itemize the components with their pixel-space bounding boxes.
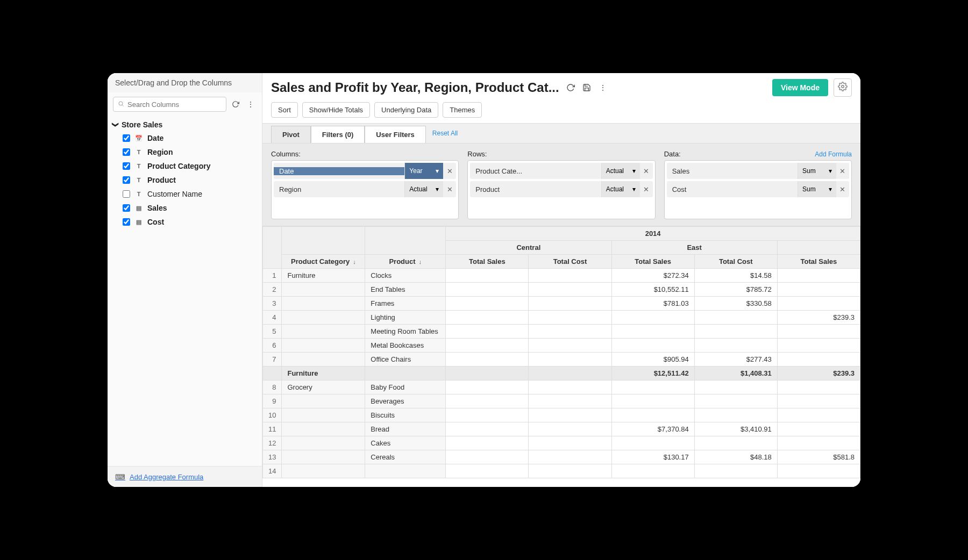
col-total-cost-central[interactable]: Total Cost xyxy=(529,255,611,269)
column-pill[interactable]: RegionActual▾✕ xyxy=(274,181,456,197)
pill-remove[interactable]: ✕ xyxy=(443,185,456,193)
cell-value xyxy=(446,436,529,450)
data-row[interactable]: 1FurnitureClocks$272.34$14.58 xyxy=(263,269,860,283)
col-product[interactable]: Product↓ xyxy=(365,255,446,269)
column-item[interactable]: TProduct xyxy=(113,173,257,187)
cell-value: $785.72 xyxy=(694,283,777,297)
underlying-data-button[interactable]: Underlying Data xyxy=(374,102,438,118)
reset-all-link[interactable]: Reset All xyxy=(432,130,458,137)
add-formula-link[interactable]: Add Formula xyxy=(815,150,852,158)
cell-value xyxy=(611,311,694,325)
config-rows: Rows: Product Cate...Actual▾✕ProductActu… xyxy=(467,150,655,219)
column-checkbox[interactable] xyxy=(123,134,130,142)
data-row[interactable]: 5Meeting Room Tables xyxy=(263,325,860,339)
column-checkbox[interactable] xyxy=(123,148,130,156)
data-row[interactable]: 2End Tables$10,552.11$785.72 xyxy=(263,283,860,297)
data-row[interactable]: 12Cakes xyxy=(263,436,860,450)
column-item[interactable]: TCustomer Name xyxy=(113,187,257,201)
chevron-down-icon: ▾ xyxy=(436,167,439,175)
cell-value: $7,370.84 xyxy=(611,422,694,436)
search-box[interactable] xyxy=(113,97,226,112)
refresh-report-icon[interactable] xyxy=(565,82,576,94)
data-row[interactable]: 10Biscuits xyxy=(263,408,860,422)
data-row[interactable]: 14 xyxy=(263,464,860,478)
pill-agg-select[interactable]: Actual▾ xyxy=(601,163,640,179)
pill-agg-select[interactable]: Year▾ xyxy=(404,163,443,179)
cell-category xyxy=(282,325,365,339)
data-dropzone[interactable]: SalesSum▾✕CostSum▾✕ xyxy=(664,160,852,219)
column-checkbox[interactable] xyxy=(123,162,130,170)
cell-value xyxy=(529,339,611,353)
grid-wrap[interactable]: 2014 Central East Product Category↓ Prod… xyxy=(262,226,860,487)
col-total-sales-extra[interactable]: Total Sales xyxy=(777,255,860,269)
column-checkbox[interactable] xyxy=(123,204,130,212)
column-item[interactable]: TRegion xyxy=(113,145,257,159)
data-row[interactable]: 7Office Chairs$905.94$277.43 xyxy=(263,353,860,367)
subtotal-row[interactable]: Furniture$12,511.42$1,408.31$239.3 xyxy=(263,367,860,380)
row-number: 6 xyxy=(263,339,282,353)
tree-root[interactable]: ❯ Store Sales xyxy=(113,118,257,131)
cell-value xyxy=(446,283,529,297)
column-item[interactable]: ▤Sales xyxy=(113,201,257,215)
search-icon xyxy=(118,100,124,109)
column-checkbox[interactable] xyxy=(123,190,130,198)
row-number: 10 xyxy=(263,408,282,422)
pill-remove[interactable]: ✕ xyxy=(836,185,849,193)
col-total-sales-east[interactable]: Total Sales xyxy=(611,255,694,269)
data-row[interactable]: 4Lighting$239.3 xyxy=(263,311,860,325)
column-item[interactable]: TProduct Category xyxy=(113,159,257,173)
add-aggregate-link[interactable]: ⌨︎ Add Aggregate Formula xyxy=(115,473,203,481)
refresh-icon[interactable] xyxy=(230,98,241,110)
cell-category: Furniture xyxy=(282,269,365,283)
showhide-totals-button[interactable]: Show/Hide Totals xyxy=(302,102,370,118)
pill-agg-select[interactable]: Sum▾ xyxy=(798,163,836,179)
pill-agg-select[interactable]: Actual▾ xyxy=(404,181,443,197)
view-mode-button[interactable]: View Mode xyxy=(772,79,828,96)
cell-value xyxy=(529,422,611,436)
column-item[interactable]: 📅Date xyxy=(113,131,257,145)
col-total-cost-east[interactable]: Total Cost xyxy=(694,255,777,269)
columns-label: Columns: xyxy=(271,150,301,158)
column-item[interactable]: ▤Cost xyxy=(113,215,257,229)
search-input[interactable] xyxy=(127,100,222,109)
data-row[interactable]: 8GroceryBaby Food xyxy=(263,380,860,394)
tab-filters[interactable]: Filters (0) xyxy=(311,126,365,143)
cell-category xyxy=(282,353,365,367)
data-row[interactable]: 11Bread$7,370.84$3,410.91 xyxy=(263,422,860,436)
pill-remove[interactable]: ✕ xyxy=(443,167,456,175)
column-pill[interactable]: DateYear▾✕ xyxy=(274,163,456,179)
pill-agg-select[interactable]: Actual▾ xyxy=(601,181,640,197)
cell-product: End Tables xyxy=(365,283,446,297)
data-pill[interactable]: CostSum▾✕ xyxy=(667,181,849,197)
settings-button[interactable] xyxy=(834,78,852,97)
pill-remove[interactable]: ✕ xyxy=(640,185,653,193)
data-row[interactable]: 9Beverages xyxy=(263,394,860,408)
column-checkbox[interactable] xyxy=(123,176,130,184)
col-total-sales-central[interactable]: Total Sales xyxy=(446,255,529,269)
data-row[interactable]: 13Cereals$130.17$48.18$581.8 xyxy=(263,450,860,464)
cell-category xyxy=(282,422,365,436)
pill-remove[interactable]: ✕ xyxy=(836,167,849,175)
row-pill[interactable]: ProductActual▾✕ xyxy=(470,181,652,197)
themes-button[interactable]: Themes xyxy=(443,102,482,118)
data-row[interactable]: 6Metal Bookcases xyxy=(263,339,860,353)
more-options-icon[interactable]: ⋮ xyxy=(597,82,609,94)
save-icon[interactable] xyxy=(581,82,593,94)
more-icon[interactable]: ⋮ xyxy=(245,98,257,110)
tab-pivot[interactable]: Pivot xyxy=(271,126,311,143)
data-pill[interactable]: SalesSum▾✕ xyxy=(667,163,849,179)
col-product-category[interactable]: Product Category↓ xyxy=(282,255,365,269)
cell-product: Office Chairs xyxy=(365,353,446,367)
rows-dropzone[interactable]: Product Cate...Actual▾✕ProductActual▾✕ xyxy=(467,160,655,219)
tab-user-filters[interactable]: User Filters xyxy=(365,126,426,143)
columns-dropzone[interactable]: DateYear▾✕RegionActual▾✕ xyxy=(271,160,459,219)
data-row[interactable]: 3Frames$781.03$330.58 xyxy=(263,297,860,311)
column-checkbox[interactable] xyxy=(123,218,130,226)
cell-value xyxy=(529,408,611,422)
pill-agg-select[interactable]: Sum▾ xyxy=(798,181,836,197)
pill-remove[interactable]: ✕ xyxy=(640,167,653,175)
row-pill[interactable]: Product Cate...Actual▾✕ xyxy=(470,163,652,179)
row-number: 14 xyxy=(263,464,282,478)
sort-button[interactable]: Sort xyxy=(271,102,298,118)
cell-value: $130.17 xyxy=(611,450,694,464)
